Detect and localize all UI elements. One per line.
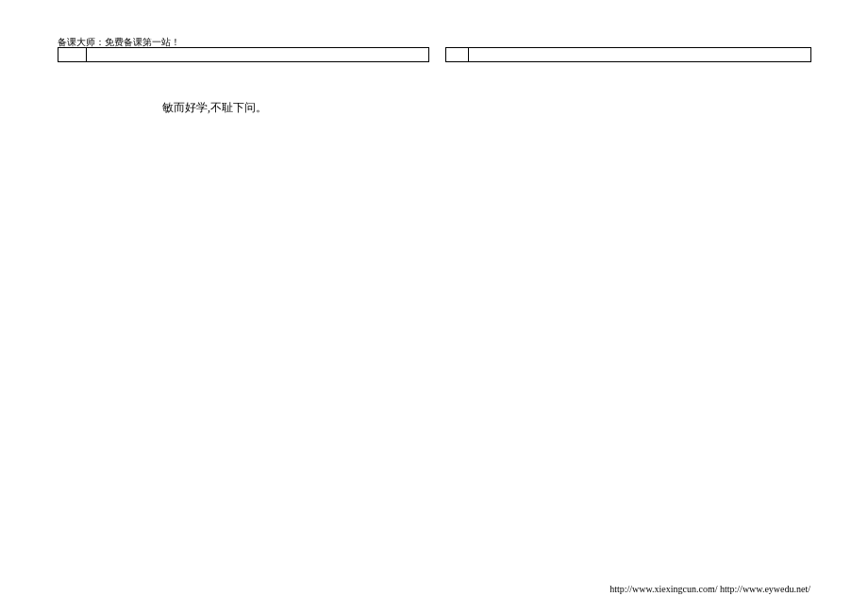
box-large-left [87, 48, 428, 61]
box-group-right [445, 47, 811, 62]
footer-urls: http://www.xiexingcun.com/ http://www.ey… [609, 584, 810, 594]
box-gap [429, 47, 445, 62]
box-group-left [58, 47, 429, 62]
box-small-left [58, 48, 87, 61]
header-boxes [58, 47, 811, 62]
box-large-right [469, 48, 810, 61]
main-quote: 敏而好学,不耻下问。 [162, 100, 267, 116]
box-small-right [446, 48, 469, 61]
